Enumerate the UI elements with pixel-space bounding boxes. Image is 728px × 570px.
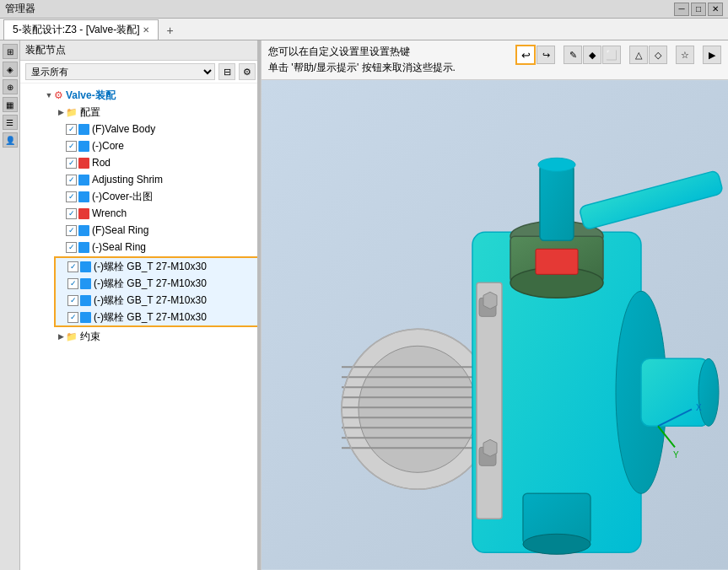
expand-icon[interactable]: ▼: [44, 90, 54, 100]
filter-select[interactable]: 显示所有: [25, 63, 215, 80]
part-icon-seal-ring-f: [78, 225, 89, 236]
tree-node-root[interactable]: ▼ ⚙ Valve-装配: [42, 87, 259, 104]
folder-icon: 📁: [66, 107, 78, 118]
checkbox-cover[interactable]: ✓: [66, 191, 77, 202]
diamond-button[interactable]: ◆: [583, 46, 601, 64]
side-icon-1[interactable]: ⊞: [3, 44, 18, 59]
tree-node-bolt-2[interactable]: ✓ (-)螺栓 GB_T 27-M10x30: [56, 275, 257, 292]
filter-bar: 显示所有 ⊟ ⚙: [20, 61, 261, 83]
expand-bolt-4-icon: [57, 312, 67, 322]
core-label: (-)Core: [92, 140, 124, 152]
tree-node-bolt-1[interactable]: ✓ (-)螺栓 GB_T 27-M10x30: [56, 258, 257, 275]
expand-bolt-2-icon: [57, 278, 67, 288]
part-icon-cover: [78, 191, 89, 202]
tree-area: ▼ ⚙ Valve-装配 ▶ 📁 配置 ✓: [20, 83, 261, 570]
star-button[interactable]: ☆: [676, 46, 694, 64]
rod-label: Rod: [92, 157, 111, 169]
tree-node-bolt-4[interactable]: ✓ (-)螺栓 GB_T 27-M10x30: [56, 309, 257, 325]
adjusting-shrim-label: Adjusting Shrim: [92, 174, 163, 186]
title-bar-text: 管理器: [5, 2, 674, 16]
view-button[interactable]: ◇: [649, 46, 667, 64]
side-icon-2[interactable]: ◈: [3, 62, 18, 77]
checkbox-valve-body[interactable]: ✓: [66, 124, 77, 135]
tree-node-seal-ring-f[interactable]: ✓ (F)Seal Ring: [54, 222, 259, 239]
tree-node-core[interactable]: ✓ (-)Core: [54, 137, 259, 154]
checkbox-bolt-2[interactable]: ✓: [67, 278, 78, 289]
checkbox-bolt-3[interactable]: ✓: [67, 295, 78, 306]
pencil-button[interactable]: ✎: [564, 46, 582, 64]
side-icon-strip: ⊞ ◈ ⊕ ▦ ☰ 👤: [0, 40, 20, 570]
tab-main[interactable]: 5-装配设计:Z3 - [Valve-装配] ✕: [3, 19, 159, 40]
tree-node-bolt-3[interactable]: ✓ (-)螺栓 GB_T 27-M10x30: [56, 292, 257, 309]
tree-node-wrench[interactable]: ✓ Wrench: [54, 205, 259, 222]
side-icon-5[interactable]: ☰: [3, 115, 18, 130]
svg-marker-28: [483, 440, 497, 457]
play-button[interactable]: ▶: [703, 46, 721, 64]
expand-constraint-icon[interactable]: ▶: [56, 331, 66, 341]
expand-core-icon: [56, 141, 66, 151]
part-icon-core: [78, 141, 89, 152]
tree-node-adjusting-shrim[interactable]: ✓ Adjusting Shrim: [54, 171, 259, 188]
side-icon-6[interactable]: 👤: [3, 132, 18, 148]
tree-node-seal-ring[interactable]: ✓ (-)Seal Ring: [54, 239, 259, 255]
expand-seal-ring-f-icon: [56, 225, 66, 235]
checkbox-seal-ring-f[interactable]: ✓: [66, 225, 77, 236]
svg-point-26: [698, 359, 719, 427]
title-bar-controls: ─ □ ✕: [674, 3, 723, 16]
expand-wrench-icon: [56, 208, 66, 218]
cover-label: (-)Cover-出图: [92, 190, 153, 204]
tree-node-cover[interactable]: ✓ (-)Cover-出图: [54, 188, 259, 205]
tab-add-button[interactable]: +: [160, 21, 179, 40]
tree-node-constraint[interactable]: ▶ 📁 约束: [54, 328, 259, 345]
minimize-button[interactable]: ─: [674, 3, 689, 16]
bolt-1-label: (-)螺栓 GB_T 27-M10x30: [94, 260, 207, 274]
part-icon-seal-ring: [78, 242, 89, 253]
checkbox-seal-ring[interactable]: ✓: [66, 242, 77, 253]
tree-node-config[interactable]: ▶ 📁 配置: [54, 104, 259, 121]
tab-close-icon[interactable]: ✕: [143, 25, 149, 35]
tree-node-rod[interactable]: ✓ Rod: [54, 154, 259, 171]
maximize-button[interactable]: □: [691, 3, 706, 16]
svg-marker-27: [483, 293, 497, 309]
side-icon-4[interactable]: ▦: [3, 97, 18, 112]
checkbox-wrench[interactable]: ✓: [66, 208, 77, 219]
viewport-svg: X Y: [262, 80, 728, 570]
title-bar: 管理器 ─ □ ✕: [0, 0, 728, 19]
assembly-icon: ⚙: [54, 89, 63, 101]
part-icon-bolt-2: [80, 278, 91, 289]
root-label: Valve-装配: [66, 89, 116, 103]
svg-rect-23: [540, 165, 574, 241]
svg-rect-15: [477, 283, 502, 519]
bolt-3-label: (-)螺栓 GB_T 27-M10x30: [94, 293, 207, 308]
tab-bar: 5-装配设计:Z3 - [Valve-装配] ✕ +: [0, 19, 728, 40]
valve-body-label: (F)Valve Body: [92, 123, 155, 135]
checkbox-bolt-4[interactable]: ✓: [67, 312, 78, 323]
forward-button[interactable]: ↪: [537, 46, 555, 64]
back-button[interactable]: ↩: [515, 45, 536, 65]
viewport[interactable]: X Y: [262, 80, 728, 570]
viewport-toolbar: ↩ ↪ ✎ ◆ ⬜ △ ◇ ☆ ▶: [515, 45, 721, 65]
svg-text:X: X: [696, 404, 702, 413]
expand-config-icon[interactable]: ▶: [56, 107, 66, 117]
checkbox-bolt-1[interactable]: ✓: [67, 261, 78, 272]
left-panel: ⊞ ◈ ⊕ ▦ ☰ 👤 装配节点 显示所有 ⊟ ⚙: [0, 40, 262, 570]
side-icon-3[interactable]: ⊕: [3, 79, 18, 94]
panel-resizer[interactable]: [257, 40, 261, 570]
checkbox-adjusting-shrim[interactable]: ✓: [66, 175, 77, 186]
svg-point-2: [359, 347, 477, 473]
checkbox-core[interactable]: ✓: [66, 141, 77, 152]
part-icon-bolt-4: [80, 312, 91, 323]
filter-settings-button[interactable]: ⚙: [239, 63, 256, 80]
filter-icon-button[interactable]: ⊟: [218, 63, 235, 80]
tree-node-valve-body[interactable]: ✓ (F)Valve Body: [54, 121, 259, 137]
expand-adjusting-icon: [56, 175, 66, 185]
panel-title: 装配节点: [25, 43, 66, 57]
main-layout: ⊞ ◈ ⊕ ▦ ☰ 👤 装配节点 显示所有 ⊟ ⚙: [0, 40, 728, 570]
triangle-button[interactable]: △: [629, 46, 648, 64]
close-button[interactable]: ✕: [708, 3, 723, 16]
part-icon-bolt-1: [80, 261, 91, 272]
cube-button[interactable]: ⬜: [602, 46, 621, 64]
checkbox-rod[interactable]: ✓: [66, 158, 77, 169]
svg-rect-21: [536, 250, 578, 275]
right-panel: 您可以在自定义设置里设置热键 单击 '帮助/显示提示' 按钮来取消这些提示. ↩…: [262, 40, 728, 570]
